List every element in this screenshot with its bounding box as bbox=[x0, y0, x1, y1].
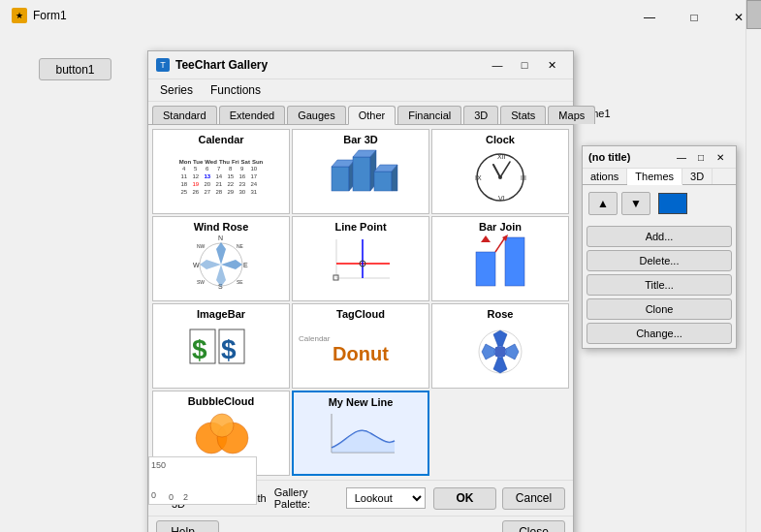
svg-rect-37 bbox=[505, 237, 524, 286]
themes-clone-button[interactable]: Clone bbox=[587, 298, 732, 320]
themes-arrow-section: ▲ ▼ bbox=[583, 185, 736, 222]
gallery-item-tagcloud-label: TagCloud bbox=[293, 308, 428, 320]
form-minimize-button[interactable]: — bbox=[627, 4, 672, 31]
svg-text:N: N bbox=[218, 235, 223, 241]
themes-title: (no title) bbox=[588, 151, 668, 163]
gallery-item-rose-label: Rose bbox=[432, 308, 568, 320]
themes-minimize-button[interactable]: — bbox=[672, 149, 691, 165]
themes-color-block bbox=[658, 193, 687, 214]
themes-tab-3d[interactable]: 3D bbox=[682, 169, 713, 184]
gallery-item-windrose-label: Wind Rose bbox=[153, 221, 289, 233]
gallery-item-imagebar[interactable]: ImageBar $ $ bbox=[152, 303, 290, 389]
ok-button[interactable]: OK bbox=[433, 487, 496, 510]
gallery-tabs: Standard Extended Gauges Other Financial… bbox=[148, 102, 573, 125]
svg-text:NW: NW bbox=[197, 243, 206, 249]
gallery-menu-functions[interactable]: Functions bbox=[203, 81, 269, 99]
themes-down-button[interactable]: ▼ bbox=[621, 192, 650, 215]
gallery-item-calendar[interactable]: Calendar MonTueWedThuFriSatSun 45678910 … bbox=[152, 129, 290, 214]
svg-marker-40 bbox=[481, 235, 491, 242]
svg-text:IX: IX bbox=[475, 174, 482, 181]
themes-tab-annotations[interactable]: ations bbox=[583, 169, 627, 184]
gallery-item-linepoint[interactable]: Line Point bbox=[292, 216, 429, 301]
tab-stats[interactable]: Stats bbox=[500, 106, 546, 124]
chart-area: 150 0 0 2 bbox=[148, 456, 257, 505]
gallery-bottom-bar: Help... Close bbox=[148, 516, 573, 532]
themes-close-button[interactable]: ✕ bbox=[711, 149, 730, 165]
svg-text:SE: SE bbox=[237, 279, 243, 285]
form-close-button[interactable]: ✕ bbox=[716, 4, 761, 31]
form-titlebar: ★ Form1 bbox=[0, 0, 79, 31]
svg-text:SW: SW bbox=[197, 279, 205, 285]
gallery-minimize-button[interactable]: — bbox=[484, 55, 511, 75]
svg-line-14 bbox=[493, 165, 500, 177]
gallery-item-imagebar-label: ImageBar bbox=[153, 308, 289, 320]
gallery-item-mynewline[interactable]: My New Line bbox=[292, 391, 429, 476]
palette-select[interactable]: Lookout Default Pastel Classic bbox=[346, 487, 426, 509]
chart-yaxis-labels: 150 0 bbox=[151, 459, 166, 501]
tab-extended[interactable]: Extended bbox=[219, 106, 285, 124]
svg-text:$: $ bbox=[192, 334, 207, 364]
svg-rect-0 bbox=[332, 167, 349, 191]
tab-3d[interactable]: 3D bbox=[463, 106, 498, 124]
svg-text:NE: NE bbox=[237, 243, 244, 249]
themes-add-button[interactable]: Add... bbox=[587, 226, 732, 247]
gallery-close-button[interactable]: ✕ bbox=[538, 55, 565, 75]
gallery-item-barjoin[interactable]: Bar Join bbox=[431, 216, 569, 301]
tab-gauges[interactable]: Gauges bbox=[287, 106, 346, 124]
gallery-action-buttons: OK Cancel bbox=[433, 487, 565, 510]
svg-marker-26 bbox=[216, 242, 226, 265]
gallery-item-tagcloud[interactable]: TagCloud Calendar Donut bbox=[292, 303, 429, 389]
tagcloud-donut-text: Donut bbox=[333, 343, 389, 365]
scrollbar[interactable] bbox=[745, 0, 761, 532]
themes-up-button[interactable]: ▲ bbox=[588, 192, 618, 215]
tab-maps[interactable]: Maps bbox=[548, 106, 595, 124]
svg-text:W: W bbox=[193, 262, 200, 268]
gallery-item-mynewline-label: My New Line bbox=[294, 396, 428, 408]
gallery-item-calendar-label: Calendar bbox=[153, 134, 289, 145]
tagcloud-calendar-text: Calendar bbox=[293, 334, 330, 343]
gallery-window-controls[interactable]: — □ ✕ bbox=[484, 55, 565, 75]
chart-xaxis-labels: 0 2 bbox=[169, 492, 188, 502]
gallery-grid: Calendar MonTueWedThuFriSatSun 45678910 … bbox=[148, 125, 573, 480]
form-maximize-button[interactable]: □ bbox=[672, 4, 716, 31]
gallery-item-linepoint-label: Line Point bbox=[293, 221, 428, 233]
gallery-item-windrose[interactable]: Wind Rose N S E W NE NW SE SW bbox=[152, 216, 290, 301]
gallery-menu-series[interactable]: Series bbox=[152, 81, 201, 99]
svg-line-38 bbox=[495, 237, 505, 252]
svg-text:VI: VI bbox=[498, 195, 505, 202]
svg-rect-51 bbox=[495, 347, 505, 357]
themes-title-button[interactable]: Title... bbox=[587, 274, 732, 296]
svg-rect-3 bbox=[353, 157, 370, 191]
button1[interactable]: button1 bbox=[39, 58, 111, 80]
themes-dialog: (no title) — □ ✕ ations Themes 3D ▲ ▼ Ad… bbox=[582, 145, 737, 349]
svg-marker-29 bbox=[200, 260, 221, 269]
svg-rect-35 bbox=[333, 275, 338, 280]
themes-tabs: ations Themes 3D bbox=[583, 169, 736, 185]
themes-tab-themes[interactable]: Themes bbox=[627, 169, 682, 185]
svg-point-54 bbox=[210, 414, 234, 437]
gallery-icon: T bbox=[156, 58, 170, 72]
svg-text:XII: XII bbox=[497, 153, 506, 160]
svg-rect-6 bbox=[374, 172, 392, 191]
gallery-titlebar: T TeeChart Gallery — □ ✕ bbox=[148, 51, 573, 79]
gallery-item-clock-label: Clock bbox=[432, 134, 568, 145]
tab-other[interactable]: Other bbox=[348, 106, 396, 125]
themes-window-controls[interactable]: — □ ✕ bbox=[672, 149, 730, 165]
cancel-button[interactable]: Cancel bbox=[502, 487, 565, 510]
gallery-item-bar3d[interactable]: Bar 3D bbox=[292, 129, 429, 214]
svg-marker-27 bbox=[221, 260, 242, 269]
themes-change-button[interactable]: Change... bbox=[587, 323, 732, 344]
themes-maximize-button[interactable]: □ bbox=[691, 149, 711, 165]
gallery-item-clock[interactable]: Clock XII III VI IX bbox=[431, 129, 569, 214]
gallery-maximize-button[interactable]: □ bbox=[511, 55, 538, 75]
tab-standard[interactable]: Standard bbox=[152, 106, 217, 124]
gallery-title: TeeChart Gallery bbox=[175, 58, 478, 72]
gallery-item-bubblecloud-label: BubbleCloud bbox=[153, 395, 289, 407]
themes-delete-button[interactable]: Delete... bbox=[587, 250, 732, 271]
close-button[interactable]: Close bbox=[502, 520, 565, 532]
palette-section: Gallery Palette: Lookout Default Pastel … bbox=[274, 486, 426, 510]
form-window-controls[interactable]: — □ ✕ bbox=[627, 4, 761, 31]
help-button[interactable]: Help... bbox=[156, 520, 219, 532]
gallery-item-rose[interactable]: Rose bbox=[431, 303, 569, 389]
tab-financial[interactable]: Financial bbox=[397, 106, 461, 124]
